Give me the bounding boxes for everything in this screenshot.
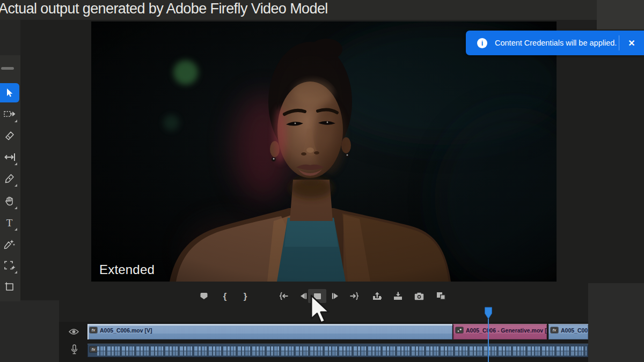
- track-select-icon: [4, 109, 16, 119]
- ai-selection-tool-button[interactable]: [0, 256, 19, 275]
- hand-icon: [4, 196, 15, 206]
- track-select-forward-button[interactable]: [0, 105, 19, 124]
- subtool-indicator: [14, 228, 17, 231]
- program-monitor: Extended: [91, 21, 557, 282]
- type-tool-button[interactable]: T: [0, 213, 19, 232]
- lift-button[interactable]: [369, 289, 385, 303]
- bottom-left-panel: [0, 300, 59, 362]
- clip-label: A005_C00: [561, 327, 588, 334]
- ai-selection-icon: [4, 260, 16, 271]
- selection-arrow-icon: [4, 87, 15, 98]
- voiceover-record-button[interactable]: [68, 344, 80, 358]
- camera-icon: [414, 292, 424, 300]
- audio-waveform: [97, 351, 587, 356]
- toast-close-button[interactable]: ✕: [619, 38, 644, 48]
- type-tool-icon: T: [6, 218, 13, 228]
- add-marker-button[interactable]: [196, 289, 212, 303]
- comparison-view-button[interactable]: [433, 289, 449, 303]
- ai-pen-tool-button[interactable]: [0, 234, 19, 254]
- mark-out-button[interactable]: }: [237, 289, 253, 303]
- subtool-indicator: [14, 120, 17, 122]
- subtool-indicator: [14, 206, 17, 209]
- step-forward-icon: [331, 292, 340, 300]
- slip-icon: [4, 152, 16, 162]
- mouse-cursor: [309, 294, 331, 327]
- top-right-panel: [597, 0, 644, 29]
- razor-icon: [4, 130, 15, 141]
- slip-tool-button[interactable]: [0, 147, 19, 167]
- go-to-out-icon: [349, 292, 360, 300]
- marker-icon: [200, 292, 208, 300]
- pen-tool-button[interactable]: [0, 169, 19, 188]
- mark-in-icon: {: [223, 292, 227, 301]
- subtool-indicator: [14, 271, 17, 274]
- toggle-track-output-button[interactable]: [67, 326, 80, 339]
- pen-icon: [4, 173, 15, 184]
- capture-tool-button[interactable]: [0, 277, 19, 297]
- timeline-clip-video-1[interactable]: fx A005_C006.mov [V]: [87, 324, 452, 339]
- extract-icon: [393, 292, 403, 300]
- clip-label: A005_C006.mov [V]: [100, 327, 152, 334]
- toolbar-spacer: [0, 20, 20, 55]
- content-credentials-toast: i Content Credentials will be applied. ✕: [466, 31, 644, 55]
- subtool-indicator: [14, 184, 17, 187]
- page-title: Actual output generated by Adobe Firefly…: [0, 1, 328, 17]
- go-to-in-button[interactable]: [275, 289, 291, 303]
- mark-in-button[interactable]: {: [217, 289, 233, 303]
- comparison-view-icon: [436, 292, 446, 300]
- toast-message: Content Credentials will be applied.: [495, 39, 619, 47]
- hand-tool-button[interactable]: [0, 191, 19, 211]
- go-to-in-icon: [279, 292, 289, 300]
- export-frame-button[interactable]: [411, 289, 427, 303]
- extract-button[interactable]: [390, 289, 406, 303]
- fx-badge-icon: fx: [90, 346, 97, 352]
- panel-drag-handle[interactable]: [1, 67, 14, 70]
- tools-panel: T: [0, 55, 20, 301]
- audio-waveform: [97, 346, 587, 351]
- capture-sparkle-icon: [4, 282, 15, 292]
- fx-badge-icon: fx: [90, 327, 97, 333]
- selection-tool-button[interactable]: [0, 83, 19, 102]
- microphone-icon: [70, 344, 78, 357]
- eye-icon: [68, 328, 79, 338]
- title-bar: Actual output generated by Adobe Firefly…: [0, 0, 597, 20]
- timeline-clip-video-2[interactable]: fx A005_C00: [548, 324, 588, 339]
- razor-tool-button[interactable]: [0, 126, 19, 145]
- go-to-out-button[interactable]: [346, 289, 362, 303]
- video-frame-portrait: [91, 21, 557, 282]
- bottom-right-panel: [588, 283, 644, 362]
- step-back-icon: [299, 292, 308, 300]
- clip-status-label: Extended: [99, 262, 155, 277]
- timeline-clip-audio[interactable]: fx: [87, 344, 588, 357]
- clip-label: A005_C006 - Generative.mov [V]: [466, 327, 547, 334]
- info-circle-icon: i: [477, 38, 487, 48]
- playhead-line: [488, 319, 489, 362]
- subtool-indicator: [14, 162, 17, 165]
- playhead-handle[interactable]: [484, 307, 493, 322]
- mark-out-icon: }: [244, 292, 247, 301]
- fx-badge-icon: fx: [551, 327, 558, 333]
- generative-badge-icon: [456, 327, 463, 333]
- timeline-clip-generative[interactable]: A005_C006 - Generative.mov [V]: [453, 324, 547, 339]
- ai-pen-sparkle-icon: [4, 239, 16, 249]
- lift-icon: [372, 292, 382, 300]
